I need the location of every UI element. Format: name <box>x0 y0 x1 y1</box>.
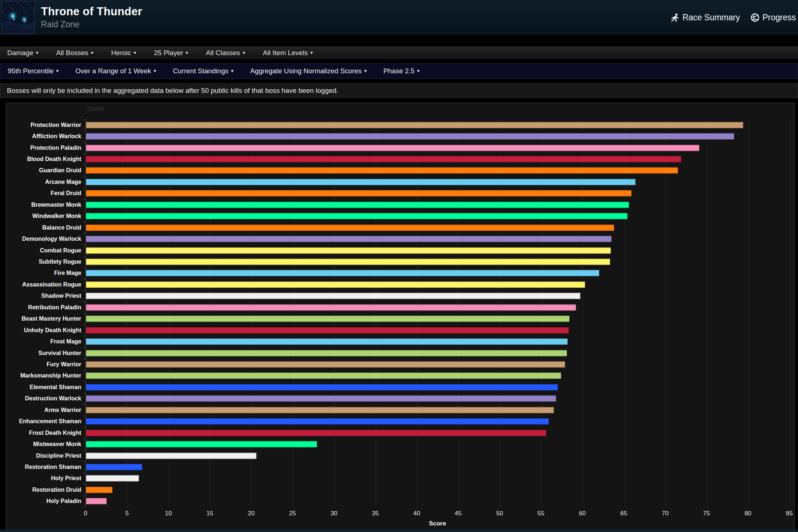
y-axis-tick <box>83 347 86 348</box>
chart-row: Feral Druid <box>86 188 790 199</box>
bar-frost-mage[interactable] <box>86 339 568 345</box>
category-label: Restoration Shaman <box>5 464 81 470</box>
filter-damage[interactable]: Damage▾ <box>7 49 38 57</box>
chart-row: Fury Warrior <box>86 359 790 370</box>
chart-row: Marksmanship Hunter <box>86 370 790 382</box>
y-axis-tick <box>83 188 86 188</box>
chart-row: Affliction Warlock <box>86 131 790 142</box>
bar-beast-mastery-hunter[interactable] <box>86 316 569 322</box>
chart-row: Guardian Druid <box>86 165 790 176</box>
y-axis-tick <box>83 290 86 291</box>
bar-balance-druid[interactable] <box>86 224 614 231</box>
chart-row: Windwalker Monk <box>86 211 790 222</box>
filter-25-player[interactable]: 25 Player▾ <box>154 49 188 57</box>
x-tick-label: 10 <box>165 510 172 517</box>
chevron-down-icon: ▾ <box>243 50 245 55</box>
bar-guardian-druid[interactable] <box>86 168 678 174</box>
bar-marksmanship-hunter[interactable] <box>86 373 561 379</box>
next-section-edge <box>0 529 798 532</box>
y-axis-tick <box>83 211 86 211</box>
y-axis-tick <box>83 382 86 382</box>
bar-assassination-rogue[interactable] <box>86 281 585 288</box>
y-axis-tick <box>83 131 86 131</box>
category-label: Enhancement Shaman <box>5 418 81 425</box>
bar-feral-druid[interactable] <box>86 190 632 197</box>
filter-over-a-range-of-1-week[interactable]: Over a Range of 1 Week▾ <box>75 67 156 75</box>
chart-row: Brewmaster Monk <box>86 199 790 210</box>
y-axis-tick <box>83 313 86 314</box>
bar-mistweaver-monk[interactable] <box>86 441 317 448</box>
bar-combat-rogue[interactable] <box>86 247 611 253</box>
bar-protection-paladin[interactable] <box>86 145 699 151</box>
chart-row: Survival Hunter <box>86 347 790 359</box>
chart-row: Retribution Paladin <box>86 302 790 313</box>
bar-arcane-mage[interactable] <box>86 179 635 185</box>
chart-row: Holy Priest <box>86 473 790 484</box>
filter-all-bosses[interactable]: All Bosses▾ <box>56 49 94 57</box>
x-tick-label: 25 <box>289 510 296 517</box>
category-label: Feral Druid <box>5 190 81 197</box>
bar-retribution-paladin[interactable] <box>86 304 576 310</box>
bar-shadow-priest[interactable] <box>86 293 580 299</box>
progress-link[interactable]: Progress <box>751 13 796 22</box>
chevron-down-icon: ▾ <box>154 68 156 74</box>
category-label: Blood Death Knight <box>5 156 81 162</box>
category-label: Discipline Priest <box>5 453 81 459</box>
chart-row: Mistweaver Monk <box>86 438 790 450</box>
bar-discipline-priest[interactable] <box>86 453 256 459</box>
bar-protection-warrior[interactable] <box>86 122 743 128</box>
bar-restoration-druid[interactable] <box>86 487 112 493</box>
bar-windwalker-monk[interactable] <box>86 213 628 219</box>
filter-aggregate-using-normalized-scores[interactable]: Aggregate Using Normalized Scores▾ <box>250 67 367 75</box>
bar-survival-hunter[interactable] <box>86 350 567 356</box>
bar-unholy-death-knight[interactable] <box>86 327 569 333</box>
bar-holy-paladin[interactable] <box>86 498 107 504</box>
y-axis-tick <box>83 233 86 234</box>
bar-elemental-shaman[interactable] <box>86 384 558 390</box>
x-tick-label: 85 <box>786 510 793 517</box>
x-tick-label: 35 <box>372 510 379 517</box>
chart-row: Beast Mastery Hunter <box>86 313 790 325</box>
category-label: Holy Paladin <box>5 498 81 504</box>
chart-row: Protection Paladin <box>86 142 790 153</box>
filter-heroic[interactable]: Heroic▾ <box>111 49 136 57</box>
chevron-down-icon: ▾ <box>310 50 313 55</box>
filter-95th-percentile[interactable]: 95th Percentile▾ <box>8 67 59 75</box>
bar-blood-death-knight[interactable] <box>86 156 681 162</box>
bar-holy-priest[interactable] <box>86 475 139 482</box>
chart-row: Unholy Death Knight <box>86 325 790 336</box>
y-axis-tick <box>83 256 86 256</box>
y-axis-tick <box>83 438 86 439</box>
bar-arms-warrior[interactable] <box>86 407 554 413</box>
filter-all-classes[interactable]: All Classes▾ <box>206 49 245 57</box>
race-summary-link[interactable]: Race Summary <box>671 13 740 22</box>
bar-fury-warrior[interactable] <box>86 361 565 367</box>
category-label: Retribution Paladin <box>5 304 81 311</box>
filter-current-standings[interactable]: Current Standings▾ <box>173 67 234 75</box>
category-label: Beast Mastery Hunter <box>5 316 81 322</box>
bar-enhancement-shaman[interactable] <box>86 418 549 425</box>
bar-affliction-warlock[interactable] <box>86 133 734 140</box>
y-axis-tick <box>83 176 86 177</box>
chart-row: Destruction Warlock <box>86 393 790 404</box>
x-tick-label: 50 <box>496 510 503 517</box>
chart-row: Protection Warrior <box>86 119 790 131</box>
bar-restoration-shaman[interactable] <box>86 464 142 470</box>
bar-subtlety-rogue[interactable] <box>86 259 610 265</box>
chart-row: Fire Mage <box>86 268 790 279</box>
y-axis-tick <box>83 222 86 222</box>
chevron-down-icon: ▾ <box>36 50 38 55</box>
filter-bar-primary: Damage▾All Bosses▾Heroic▾25 Player▾All C… <box>0 46 798 59</box>
category-label: Elemental Shaman <box>5 384 81 391</box>
bar-demonology-warlock[interactable] <box>86 236 612 242</box>
page-subtitle: Raid Zone <box>41 20 142 29</box>
y-axis-tick <box>83 496 86 496</box>
filter-all-item-levels[interactable]: All Item Levels▾ <box>263 49 313 57</box>
filter-phase-2-5[interactable]: Phase 2.5▾ <box>383 67 420 75</box>
y-axis-tick <box>83 473 86 473</box>
bar-destruction-warlock[interactable] <box>86 396 556 402</box>
bar-fire-mage[interactable] <box>86 270 599 276</box>
bar-brewmaster-monk[interactable] <box>86 202 629 208</box>
chart-row: Enhancement Shaman <box>86 416 790 427</box>
bar-frost-death-knight[interactable] <box>86 430 546 436</box>
